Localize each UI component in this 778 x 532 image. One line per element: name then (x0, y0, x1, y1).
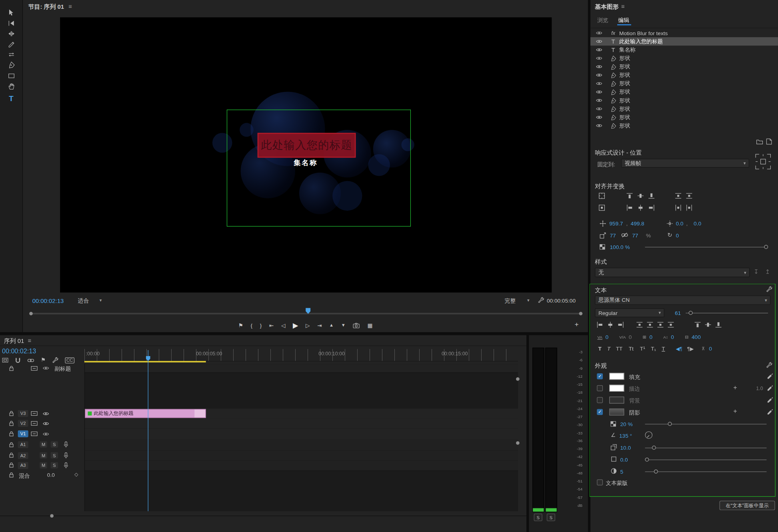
subtitle-lane[interactable] (84, 364, 518, 373)
text-align-left-icon[interactable] (596, 321, 603, 328)
step-forward-button[interactable]: ▷ (306, 322, 310, 329)
shadow-opacity-slider[interactable] (645, 424, 767, 424)
monitor-settings-wrench-icon[interactable] (538, 297, 544, 303)
add-marker-icon[interactable]: ⚑ (41, 357, 46, 363)
stroke-width-value[interactable]: 1.0 (756, 386, 763, 391)
lock-icon[interactable] (9, 365, 14, 371)
type-tool[interactable]: T (9, 94, 13, 103)
h-scrollbar[interactable] (0, 516, 526, 516)
anchor-x-value[interactable]: 0.0 (676, 221, 683, 227)
tab-browse[interactable]: 浏览 (597, 16, 608, 24)
meter-solo-right[interactable]: S (547, 514, 555, 521)
linked-selection-icon[interactable] (27, 358, 34, 362)
add-stroke-button[interactable]: + (733, 384, 737, 391)
mute-button[interactable]: M (40, 452, 47, 458)
show-in-text-panel-button[interactable]: 在“文本”面板中显示 (720, 501, 775, 510)
lock-icon[interactable] (9, 442, 14, 448)
v1-lane[interactable] (84, 428, 518, 440)
shadow-size-knob[interactable] (645, 458, 649, 462)
selection-tool[interactable] (8, 9, 14, 16)
panel-menu-icon[interactable]: ≡ (68, 3, 72, 10)
tab-edit[interactable]: 编辑 (618, 16, 629, 24)
text-settings-wrench-icon[interactable] (766, 286, 772, 293)
layer-row-shape[interactable]: 形状 (590, 96, 778, 105)
position-y-value[interactable]: 499.8 (631, 221, 644, 227)
graphics-selection-bounds[interactable] (227, 110, 411, 227)
mic-icon[interactable] (64, 441, 68, 448)
layer-row-shape[interactable]: 形状 (590, 122, 778, 130)
subscript-button[interactable]: T₁ (648, 346, 659, 352)
track-visibility-eye-icon[interactable] (43, 432, 49, 436)
zoom-level-select[interactable]: 适合▾ (74, 296, 105, 305)
a3-track-header[interactable]: A3 M S (0, 460, 84, 470)
solo-button[interactable]: S (51, 441, 58, 448)
go-to-in-button[interactable]: ⇤ (269, 322, 274, 329)
a2-track-target[interactable]: A2 (18, 452, 28, 459)
v-scroll-handle[interactable] (516, 441, 520, 445)
monitor-scrubber-track[interactable] (31, 313, 581, 315)
panel-menu-icon[interactable]: ≡ (28, 337, 31, 344)
faux-italic-button[interactable]: T (604, 346, 613, 352)
shadow-opacity-knob[interactable] (668, 422, 672, 426)
play-button[interactable]: ▶ (293, 321, 298, 329)
timeline-lanes[interactable]: 此处输入您的标题 (84, 364, 518, 511)
meter-solo-left[interactable]: S (534, 514, 542, 521)
add-button-monitor[interactable]: + (574, 320, 578, 328)
export-frame-camera-button[interactable] (353, 323, 360, 328)
rotation-value[interactable]: 0 (676, 233, 679, 239)
unlink-scale-icon[interactable] (621, 233, 628, 237)
work-area-bar[interactable] (84, 361, 206, 363)
lock-icon[interactable] (9, 410, 14, 416)
fill-checkbox[interactable]: ✓ (597, 373, 603, 379)
pin-to-select[interactable]: 视频帧▾ (621, 159, 749, 167)
font-family-select[interactable]: 思源黑体 CN▾ (595, 295, 770, 305)
shadow-blur-value[interactable]: 5 (620, 468, 624, 474)
appearance-settings-wrench-icon[interactable] (766, 362, 772, 368)
opacity-slider-knob[interactable] (764, 245, 768, 249)
layer-row-shape[interactable]: 形状 (590, 105, 778, 113)
fill-color-swatch[interactable] (609, 373, 624, 380)
text-mask-checkbox[interactable] (597, 479, 603, 485)
timeline-clip[interactable]: 此处输入您的标题 (85, 409, 206, 418)
solo-button[interactable]: S (51, 462, 58, 468)
visibility-eye-icon[interactable] (590, 81, 607, 86)
scale-y-value[interactable]: 77 (632, 233, 638, 239)
distribute-horizontal-space-icon[interactable] (686, 204, 692, 211)
playback-quality-select[interactable]: 完整▾ (501, 296, 533, 305)
visibility-eye-icon[interactable] (590, 124, 607, 128)
text-middle-align-icon[interactable] (704, 321, 711, 328)
shadow-size-value[interactable]: 0.0 (620, 456, 628, 462)
layer-row-title[interactable]: T 此处输入您的标题 (590, 37, 778, 46)
layer-row-motion-blur[interactable]: fx Motion Blur for texts (590, 29, 778, 37)
scale-x-value[interactable]: 77 (610, 233, 616, 239)
track-io-icon[interactable] (31, 431, 38, 436)
lock-icon[interactable] (9, 452, 14, 458)
tsume-value[interactable]: 0 (649, 334, 652, 340)
layer-row-shape[interactable]: 形状 (590, 113, 778, 122)
a3-track-target[interactable]: A3 (18, 462, 28, 469)
paragraph-rtl-icon[interactable]: ¶▶ (687, 346, 694, 351)
razor-tool[interactable] (8, 41, 14, 48)
background-checkbox[interactable] (597, 397, 603, 403)
a1-lane[interactable] (84, 439, 518, 451)
paragraph-ltr-icon[interactable]: ◀¶ (676, 346, 682, 351)
faux-bold-button[interactable]: T (595, 346, 604, 352)
visibility-eye-icon[interactable] (590, 48, 607, 52)
add-shadow-button[interactable]: + (733, 408, 737, 415)
visibility-eye-icon[interactable] (590, 98, 607, 103)
track-io-icon[interactable] (31, 366, 38, 371)
justify-all-icon[interactable] (667, 321, 674, 328)
mark-in-button[interactable]: { (250, 322, 252, 328)
v2-track-target[interactable]: V2 (18, 420, 28, 427)
stroke-eyedropper-icon[interactable] (767, 385, 774, 391)
background-eyedropper-icon[interactable] (767, 397, 774, 403)
scrubber-left-handle[interactable] (29, 312, 33, 315)
align-top-icon[interactable] (626, 192, 633, 199)
visibility-eye-icon[interactable] (590, 73, 607, 77)
new-layer-icon[interactable] (766, 138, 772, 145)
mark-out-button[interactable]: } (260, 322, 262, 328)
shadow-angle-value[interactable]: 135 ° (619, 433, 632, 439)
stroke-checkbox[interactable] (597, 385, 603, 391)
shadow-distance-slider[interactable] (645, 448, 767, 448)
v1-track-header[interactable]: V1 (0, 428, 84, 439)
